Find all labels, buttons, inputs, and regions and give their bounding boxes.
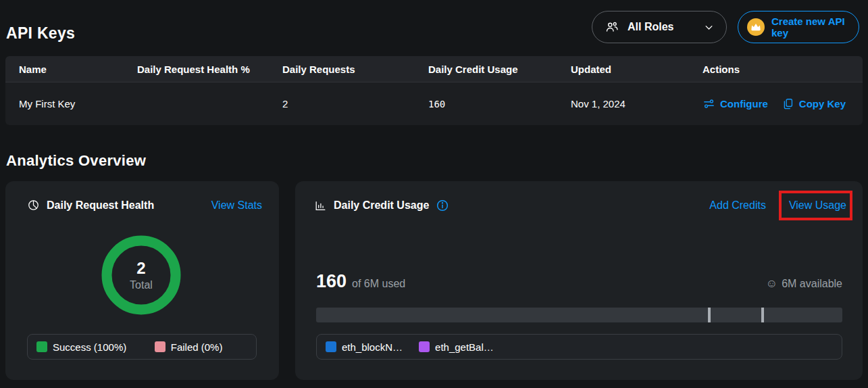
table-header-row: Name Daily Request Health % Daily Reques… [5,56,863,82]
success-label: Success (100%) [53,341,126,353]
progress-tick-marker [761,308,764,322]
failed-swatch [155,341,165,352]
actions-cell: Configure Copy Key [703,97,849,110]
col-health: Daily Request Health % [137,64,282,75]
view-stats-link[interactable]: View Stats [211,199,262,212]
updated-value: Nov 1, 2024 [571,98,703,110]
daily-credit-usage-value: 160 [428,99,571,110]
bar-chart-icon [314,199,327,212]
configure-label: Configure [720,98,768,110]
success-swatch [36,341,47,352]
eth-blocknumber-label: eth_blockN… [342,341,403,353]
api-keys-page: API Keys All Roles Create new API key Na… [0,0,868,388]
table-row: My First Key 2 160 Nov 1, 2024 Configure [5,82,863,125]
info-icon[interactable] [436,199,449,212]
col-actions: Actions [703,64,849,75]
health-legend: Success (100%) Failed (0%) [27,334,257,360]
copy-key-label: Copy Key [799,98,846,110]
available-label: 6M available [782,278,842,290]
chevron-down-icon [704,22,714,32]
donut-total-value: 2 [136,259,145,278]
daily-credit-usage-card: Daily Credit Usage Add Credits View Usag… [295,181,863,380]
legend-item-eth-getbalance: eth_getBal… [419,341,494,353]
sliders-icon [703,97,715,110]
used-suffix: of 6M used [352,278,405,290]
roles-icon [605,20,619,34]
credit-card-title: Daily Credit Usage [334,199,429,212]
view-usage-link[interactable]: View Usage [789,199,846,212]
pie-chart-icon [27,199,40,212]
health-card-title: Daily Request Health [47,199,154,212]
credit-usage-progress-bar [316,308,842,322]
api-keys-table: Name Daily Request Health % Daily Reques… [5,56,863,125]
analytics-overview-title: Analytics Overview [6,152,146,170]
credit-usage-legend: eth_blockN… eth_getBal… [316,334,842,360]
create-api-key-label: Create new API key [771,16,850,39]
legend-item-failed: Failed (0%) [155,341,223,353]
available-credits: ☺ 6M available [766,278,842,290]
col-requests: Daily Requests [282,64,428,75]
failed-label: Failed (0%) [171,341,223,353]
page-title: API Keys [6,24,75,43]
col-name: Name [19,64,137,75]
used-value: 160 [316,271,347,292]
roles-filter-label: All Roles [628,21,673,33]
copy-key-button[interactable]: Copy Key [782,97,846,110]
configure-button[interactable]: Configure [703,97,768,110]
crown-icon [747,18,765,36]
create-api-key-button[interactable]: Create new API key [738,11,859,43]
col-updated: Updated [571,64,703,75]
progress-tick-marker [708,308,711,322]
usage-summary: 160 of 6M used ☺ 6M available [316,271,842,292]
eth-blocknumber-swatch [326,341,336,352]
daily-request-health-card: Daily Request Health View Stats 2 Total … [5,181,279,380]
daily-requests-value: 2 [282,98,428,110]
legend-item-success: Success (100%) [36,341,155,353]
request-health-donut-chart: 2 Total [101,235,182,316]
roles-filter-dropdown[interactable]: All Roles [592,11,727,43]
copy-icon [782,97,794,110]
eth-getbalance-swatch [419,341,430,352]
add-credits-link[interactable]: Add Credits [709,199,766,212]
donut-total-label: Total [130,279,153,291]
legend-item-eth-blocknumber: eth_blockN… [326,341,403,353]
col-credit-usage: Daily Credit Usage [428,64,571,75]
eth-getbalance-label: eth_getBal… [435,341,494,353]
smiley-icon: ☺ [766,278,777,289]
key-name: My First Key [19,98,137,110]
